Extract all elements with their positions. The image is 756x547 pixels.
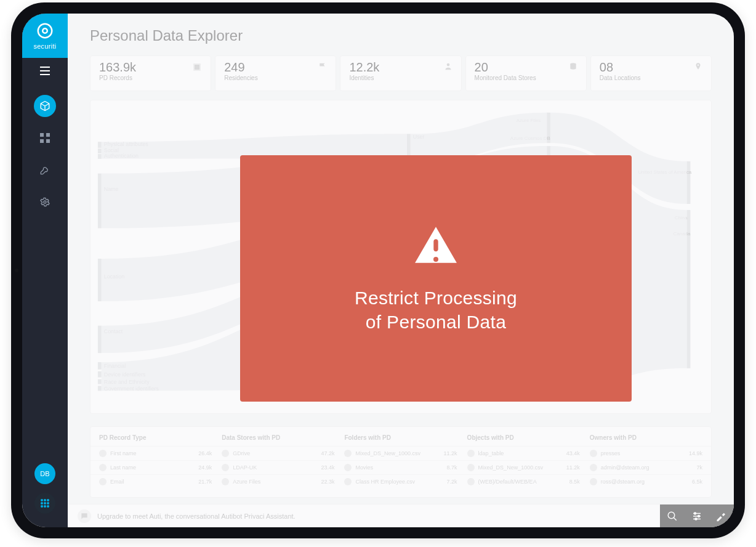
svg-point-8 <box>44 499 46 501</box>
record-icon <box>99 478 107 485</box>
filter-button[interactable] <box>685 504 709 527</box>
th-owners[interactable]: Owners with PD <box>585 434 707 441</box>
svg-rect-5 <box>46 139 50 143</box>
apps-icon <box>40 498 50 508</box>
svg-rect-26 <box>98 326 102 353</box>
hamburger-icon <box>40 67 50 75</box>
record-icon <box>99 450 107 457</box>
th-folders[interactable]: Folders with PD <box>339 434 462 441</box>
object-icon <box>467 478 475 485</box>
build-button[interactable] <box>709 504 734 527</box>
table-row[interactable]: Email21.7k Azure Files22.3k Class HR Emp… <box>90 474 711 488</box>
records-icon <box>192 62 202 75</box>
svg-rect-29 <box>98 379 102 384</box>
table-row[interactable]: First name26.4k GDrive47.2k Mixed_DS_New… <box>90 446 711 460</box>
person-icon <box>444 62 452 73</box>
svg-point-7 <box>41 499 43 501</box>
nav-explorer[interactable] <box>34 95 56 117</box>
cube-icon <box>39 100 50 111</box>
pin-icon <box>694 62 702 73</box>
svg-rect-4 <box>40 139 44 143</box>
database-icon <box>569 62 577 73</box>
stat-pd-records[interactable]: 163.9kPD Records <box>90 55 211 91</box>
object-icon <box>467 464 475 471</box>
svg-point-10 <box>41 502 43 504</box>
folder-icon <box>344 450 352 457</box>
menu-toggle[interactable] <box>22 58 68 84</box>
search-icon <box>667 511 678 522</box>
svg-point-9 <box>47 499 49 501</box>
folder-icon <box>344 478 352 485</box>
table-row[interactable]: Last name24.9k LDAP-UK23.4k Movies8.7k M… <box>90 460 711 474</box>
object-icon <box>467 450 475 457</box>
th-objects[interactable]: Objects with PD <box>462 434 585 441</box>
svg-rect-25 <box>98 259 102 301</box>
owner-icon <box>590 478 597 485</box>
footer-bar: Upgrade to meet Auti, the conversational… <box>68 504 734 527</box>
svg-rect-23 <box>98 154 102 159</box>
brand-icon <box>36 22 54 40</box>
svg-rect-47 <box>686 161 690 204</box>
wrench-icon <box>40 165 50 175</box>
restrict-processing-modal[interactable]: Restrict Processingof Personal Data <box>240 155 632 402</box>
user-avatar[interactable]: DB <box>34 463 55 484</box>
svg-point-18 <box>446 63 449 67</box>
flag-icon <box>318 62 327 73</box>
svg-point-12 <box>47 502 49 504</box>
store-icon <box>222 450 229 457</box>
svg-point-1 <box>42 28 47 33</box>
nav-dashboard[interactable] <box>34 127 56 149</box>
svg-point-14 <box>44 505 46 508</box>
folder-icon <box>344 464 352 471</box>
stats-row: 163.9kPD Records 249Residencies 12.2kIde… <box>90 55 712 91</box>
nav-settings[interactable] <box>34 191 56 213</box>
stat-datastores[interactable]: 20Monitored Data Stores <box>465 55 587 91</box>
sliders-icon <box>691 511 702 522</box>
svg-rect-22 <box>98 148 102 153</box>
assistant-text: Upgrade to meet Auti, the conversational… <box>97 513 296 520</box>
th-datastores[interactable]: Data Stores with PD <box>217 434 339 441</box>
assistant-upsell[interactable]: Upgrade to meet Auti, the conversational… <box>78 509 296 523</box>
chat-icon <box>78 509 91 523</box>
th-record-type[interactable]: PD Record Type <box>94 434 217 441</box>
stat-locations[interactable]: 08Data Locations <box>590 55 712 91</box>
nav-tools[interactable] <box>34 159 56 181</box>
stat-residencies[interactable]: 249Residencies <box>215 55 336 91</box>
store-icon <box>222 478 229 485</box>
svg-rect-24 <box>98 174 102 229</box>
svg-point-0 <box>38 24 52 38</box>
svg-point-53 <box>694 513 696 514</box>
svg-point-6 <box>44 201 46 203</box>
gear-icon <box>40 197 50 207</box>
owner-icon <box>590 450 597 457</box>
page-title: Personal Data Explorer <box>90 27 243 44</box>
grid-icon <box>40 133 50 143</box>
svg-rect-30 <box>98 386 102 391</box>
modal-message: Restrict Processingof Personal Data <box>355 286 517 334</box>
sidebar: securiti <box>22 14 68 527</box>
hammer-icon <box>716 511 727 522</box>
svg-point-52 <box>668 512 675 519</box>
record-icon <box>99 464 107 471</box>
svg-rect-17 <box>195 65 199 70</box>
warning-icon <box>413 223 459 269</box>
owner-icon <box>590 464 597 471</box>
stat-identities[interactable]: 12.2kIdentities <box>340 55 461 91</box>
svg-rect-3 <box>46 133 50 137</box>
svg-point-11 <box>44 502 46 504</box>
apps-button[interactable] <box>34 493 55 514</box>
svg-rect-27 <box>98 362 102 370</box>
search-button[interactable] <box>660 504 685 527</box>
brand-text: securiti <box>33 43 56 50</box>
svg-rect-2 <box>40 133 44 137</box>
svg-point-55 <box>695 518 697 520</box>
store-icon <box>222 464 229 471</box>
pd-table: PD Record Type Data Stores with PD Folde… <box>90 426 712 498</box>
brand-block[interactable]: securiti <box>22 14 68 58</box>
svg-point-54 <box>698 515 700 517</box>
svg-point-15 <box>47 505 49 508</box>
svg-point-20 <box>698 65 699 66</box>
svg-rect-28 <box>98 371 102 378</box>
svg-point-13 <box>41 505 43 508</box>
svg-rect-21 <box>98 142 102 148</box>
